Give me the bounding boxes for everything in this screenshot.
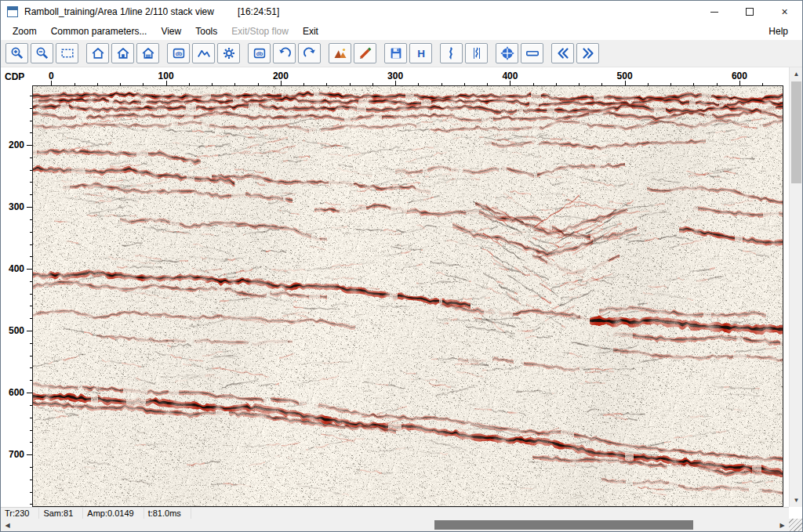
parameters-gear-icon <box>222 46 236 60</box>
y-minor-tick <box>30 281 32 282</box>
close-button[interactable]: × <box>767 1 802 23</box>
wiggle-trace-dense-button[interactable] <box>465 43 488 63</box>
y-minor-tick <box>30 244 32 245</box>
y-minor-tick <box>30 294 32 295</box>
close-icon: × <box>781 6 787 17</box>
next-fragment-icon <box>581 46 595 60</box>
y-minor-tick <box>30 121 32 121</box>
x-minor-tick <box>350 83 351 85</box>
content-area: CDP 010020030040050060020030040050060070… <box>1 67 789 507</box>
vertical-scrollbar[interactable]: ▲ ▼ <box>789 67 802 507</box>
app-icon <box>7 6 18 17</box>
db-display-button[interactable]: db <box>167 43 190 63</box>
home-restore-button[interactable] <box>111 43 134 63</box>
wiggle-trace-button[interactable] <box>440 43 463 63</box>
x-minor-tick <box>372 83 373 85</box>
x-minor-tick <box>143 83 144 85</box>
x-minor-tick <box>579 83 580 85</box>
save-button[interactable] <box>384 43 407 63</box>
axis-corner-label: CDP <box>5 71 24 82</box>
y-tick-label: 300 <box>1 201 24 212</box>
menu-help[interactable]: Help <box>764 26 793 37</box>
zoom-in-button[interactable] <box>5 43 28 63</box>
resize-grip-icon[interactable] <box>789 519 802 531</box>
raster-image-button[interactable] <box>329 43 351 63</box>
x-minor-tick <box>120 83 121 85</box>
x-minor-tick <box>670 83 671 85</box>
title-clock: [16:24:51] <box>238 6 279 17</box>
y-tick-label: 600 <box>1 387 24 398</box>
horizontal-scroll-thumb[interactable] <box>434 520 693 530</box>
wave-interpolation-icon <box>197 46 211 60</box>
y-tick <box>27 269 32 270</box>
x-tick <box>625 81 626 85</box>
y-tick-label: 500 <box>1 325 24 336</box>
x-minor-tick <box>601 83 602 85</box>
x-tick <box>395 81 396 85</box>
home-ruler-button[interactable] <box>136 43 159 63</box>
y-minor-tick <box>30 157 32 158</box>
y-minor-tick <box>30 492 32 493</box>
y-minor-tick <box>30 442 32 443</box>
status-bar: Tr:230Sam:81Amp:0.0149t:81.0ms <box>1 507 789 519</box>
flat-window-button[interactable] <box>521 43 543 63</box>
scroll-left-icon[interactable]: ◀ <box>1 519 14 531</box>
y-tick <box>27 331 32 331</box>
menu-zoom[interactable]: Zoom <box>5 26 44 37</box>
vertical-scroll-thumb[interactable] <box>791 81 801 183</box>
x-minor-tick <box>441 83 442 85</box>
db-display-2-button[interactable]: db <box>248 43 271 63</box>
y-minor-tick <box>30 467 32 468</box>
minimize-button[interactable] <box>696 1 732 23</box>
x-minor-tick <box>533 83 534 85</box>
x-minor-tick <box>97 83 98 85</box>
status-time: t:81.0ms <box>144 508 191 519</box>
x-minor-tick <box>418 83 419 85</box>
menu-exit[interactable]: Exit <box>296 26 325 37</box>
menu-bar: ZoomCommon parameters...ViewToolsExit/St… <box>1 23 802 40</box>
maximize-button[interactable] <box>732 1 767 23</box>
menu-view[interactable]: View <box>154 26 188 37</box>
wiggle-trace-dense-icon <box>470 46 484 60</box>
x-tick <box>510 81 511 85</box>
home-view-icon <box>91 46 105 60</box>
trace-header-h-button[interactable]: H <box>409 43 432 63</box>
y-minor-tick <box>30 430 32 431</box>
wiggle-trace-icon <box>445 46 459 60</box>
trace-header-h-icon: H <box>414 46 428 60</box>
zoom-rect-button[interactable] <box>56 43 78 63</box>
x-tick-label: 400 <box>502 71 518 81</box>
menu-common-parameters[interactable]: Common parameters... <box>44 26 154 37</box>
status-trace: Tr:230 <box>1 508 39 519</box>
menu-exit-stop-flow: Exit/Stop flow <box>224 26 296 37</box>
svg-text:db: db <box>175 51 182 56</box>
crosshair-target-button[interactable] <box>496 43 518 63</box>
home-restore-icon <box>116 46 130 60</box>
scroll-down-icon[interactable]: ▼ <box>790 494 803 507</box>
wave-interpolation-button[interactable] <box>192 43 215 63</box>
home-view-button[interactable] <box>86 43 109 63</box>
maximize-icon <box>746 8 754 16</box>
save-icon <box>389 46 403 60</box>
x-tick-label: 100 <box>158 71 174 81</box>
db-display-2-icon: db <box>253 46 267 60</box>
parameters-gear-button[interactable] <box>217 43 240 63</box>
previous-fragment-button[interactable] <box>551 43 574 63</box>
x-minor-tick <box>648 83 649 85</box>
y-minor-tick <box>30 356 32 356</box>
y-minor-tick <box>30 132 32 133</box>
scroll-right-icon[interactable]: ▶ <box>776 519 789 531</box>
undo-view-button[interactable] <box>273 43 296 63</box>
picking-pencil-button[interactable] <box>354 43 376 63</box>
y-minor-tick <box>30 504 32 505</box>
redo-view-button[interactable] <box>298 43 321 63</box>
scroll-up-icon[interactable]: ▲ <box>790 67 803 81</box>
horizontal-scrollbar[interactable]: ◀ ▶ <box>1 519 789 531</box>
menu-tools[interactable]: Tools <box>188 26 224 37</box>
y-minor-tick <box>30 343 32 344</box>
seismic-section[interactable] <box>33 86 783 506</box>
y-minor-tick <box>30 480 32 480</box>
x-minor-tick <box>74 83 75 85</box>
next-fragment-button[interactable] <box>576 43 599 63</box>
zoom-out-button[interactable] <box>31 43 53 63</box>
